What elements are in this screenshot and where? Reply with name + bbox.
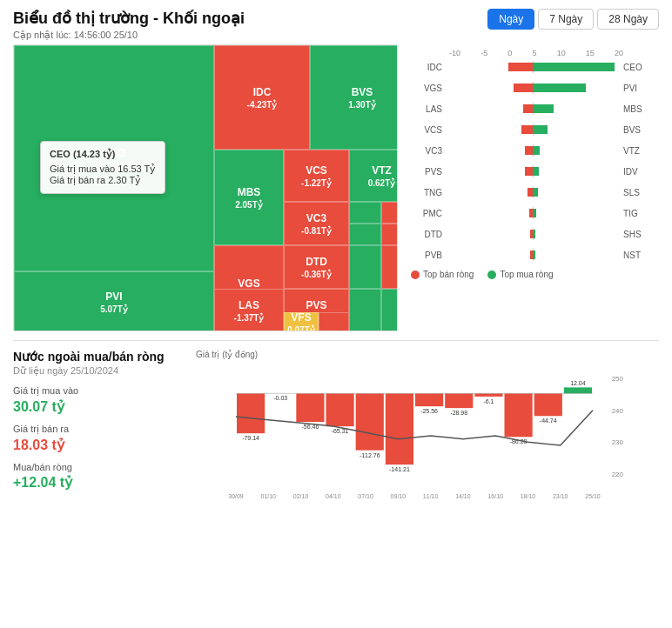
bar-label-text: -6.1 (483, 398, 494, 404)
treemap-cell[interactable]: DTD-0.36Tỷ (284, 245, 349, 289)
treemap-cell[interactable] (381, 202, 397, 224)
stats-date: Dữ liệu ngày 25/10/2024 (13, 365, 187, 377)
treemap-cell[interactable] (349, 224, 381, 245)
line-chart-svg: -79.14-0.03-56.46-65.31-112.76-141.21-25… (196, 361, 659, 500)
bar-row: VGSPVI (411, 80, 655, 96)
page-header: Biểu đồ thị trường - Khối ngoại Cập nhật… (13, 9, 659, 41)
net-label: Mua/bán ròng (13, 462, 187, 472)
line-chart-title: Giá trị (tỷ đồng) (196, 350, 659, 359)
cell-ticker: BVS (352, 86, 373, 98)
bar-center (446, 61, 620, 73)
treemap-cell[interactable]: MBS2.05Tỷ (214, 150, 284, 245)
axis-label: 10 (557, 49, 566, 57)
cell-ticker: PVI (105, 291, 122, 303)
net-stat: Mua/bán ròng +12.04 tỷ (13, 462, 187, 491)
x-axis-label: 07/10 (358, 493, 373, 499)
bar-left-label: DTD (411, 230, 446, 239)
bar-right-label: SHS (620, 230, 655, 239)
bar-center (446, 228, 620, 240)
bar-label-text: -44.74 (540, 418, 557, 424)
bar-red (508, 63, 533, 71)
time-btn-day[interactable]: Ngày (487, 9, 534, 30)
line-chart-container: Giá trị (tỷ đồng) -79.14-0.03-56.46-65.3… (196, 350, 659, 499)
time-btn-28day[interactable]: 28 Ngày (597, 9, 659, 30)
bar-right-label: NST (620, 251, 655, 260)
x-axis-label: 16/10 (487, 493, 503, 499)
x-axis-label: 11/10 (423, 493, 439, 499)
cell-value: -1.22Tỷ (301, 178, 332, 188)
bar-center (446, 124, 620, 136)
bar-right-label: MBS (620, 104, 655, 114)
bar-left-label: VGS (411, 84, 446, 93)
treemap-cell[interactable] (349, 202, 381, 224)
bar-label-text: -0.03 (273, 395, 287, 401)
treemap-cell[interactable]: VCS-1.22Tỷ (284, 150, 349, 202)
treemap-cell[interactable]: VC3-0.81Tỷ (284, 202, 349, 245)
treemap: CEO (14.23 tỷ) Giá trị mua vào 16.53 Tỷ … (14, 45, 397, 331)
bar-green (533, 125, 548, 134)
legend-buy-dot (487, 271, 496, 279)
legend-sell: Top bán ròng (411, 270, 474, 279)
treemap-cell[interactable]: VTZ0.62Tỷ (349, 150, 397, 202)
treemap-cell[interactable] (381, 245, 397, 289)
treemap-cell[interactable] (349, 245, 381, 289)
bar-row: VC3VTZ (411, 143, 655, 158)
bar-row: IDCCEO (411, 59, 655, 75)
bar-left-label: PMC (411, 209, 446, 218)
legend-buy: Top mua ròng (487, 270, 553, 279)
bar-green (533, 230, 535, 238)
bar-green (533, 188, 538, 197)
bar-row: VCSBVS (411, 122, 655, 137)
bar-left-label: PVB (411, 251, 446, 260)
stats-title: Nước ngoài mua/bán ròng (13, 350, 187, 364)
bar-green (533, 167, 539, 176)
axis-label: -10 (449, 49, 460, 57)
stats-panel: Nước ngoài mua/bán ròng Dữ liệu ngày 25/… (13, 350, 187, 499)
treemap-cell[interactable] (381, 224, 397, 245)
cell-ticker: DTD (306, 256, 327, 268)
x-axis-label: 23/10 (553, 493, 568, 499)
x-axis-label: 02/10 (293, 493, 309, 499)
bar-chart-container: -10-505101520IDCCEOVGSPVILASMBSVCSBVSVC3… (411, 49, 655, 263)
treemap-cell[interactable]: PVI5.07Tỷ (14, 271, 214, 331)
sell-label: Giá trị bán ra (13, 424, 187, 435)
treemap-tooltip: CEO (14.23 tỷ) Giá trị mua vào 16.53 Tỷ … (40, 141, 165, 194)
bar-green (533, 146, 540, 155)
bar-center (446, 249, 620, 261)
bar-left-label: IDC (411, 63, 446, 72)
bar-left-label: PVS (411, 167, 446, 177)
bar-right-label: IDV (620, 167, 655, 177)
bar-value-rect (237, 393, 265, 433)
time-btn-7day[interactable]: 7 Ngày (538, 9, 594, 30)
bar-red (514, 84, 533, 92)
bar-red (525, 146, 533, 155)
bar-left-label: VCS (411, 125, 446, 135)
treemap-cell[interactable]: BVS1.30Tỷ (310, 45, 397, 150)
cell-value: 0.07Tỷ (287, 325, 315, 331)
bar-value-rect (296, 393, 324, 422)
treemap-cell[interactable] (349, 289, 381, 331)
bar-green (533, 84, 586, 92)
cell-ticker: VFS (291, 312, 311, 324)
top-section: CEO (14.23 tỷ) Giá trị mua vào 16.53 Tỷ … (13, 44, 659, 331)
cell-value: 1.30Tỷ (348, 100, 376, 110)
cell-ticker: LAS (239, 299, 259, 311)
bar-value-rect (356, 393, 384, 450)
bar-right-label: CEO (620, 63, 655, 72)
treemap-cell[interactable]: VFS0.07Tỷ (284, 312, 319, 331)
bar-center (446, 186, 620, 198)
bar-label-text: -28.98 (450, 410, 467, 416)
treemap-cell[interactable] (319, 312, 349, 331)
treemap-cell[interactable]: IDC-4.23Tỷ (214, 45, 310, 150)
bar-row: PVBNST (411, 247, 655, 263)
treemap-cell[interactable]: LAS-1.37Tỷ (214, 289, 284, 331)
bar-center (446, 82, 620, 94)
bar-value-rect (386, 393, 413, 464)
treemap-cell[interactable] (381, 289, 397, 331)
sell-stat: Giá trị bán ra 18.03 tỷ (13, 424, 187, 453)
bar-row: DTDSHS (411, 226, 655, 242)
bar-green (533, 209, 536, 217)
right-bar-chart: -10-505101520IDCCEOVGSPVILASMBSVCSBVSVC3… (407, 44, 659, 331)
page-title: Biểu đồ thị trường - Khối ngoại (13, 9, 245, 28)
buy-label: Giá trị mua vào (13, 385, 187, 397)
